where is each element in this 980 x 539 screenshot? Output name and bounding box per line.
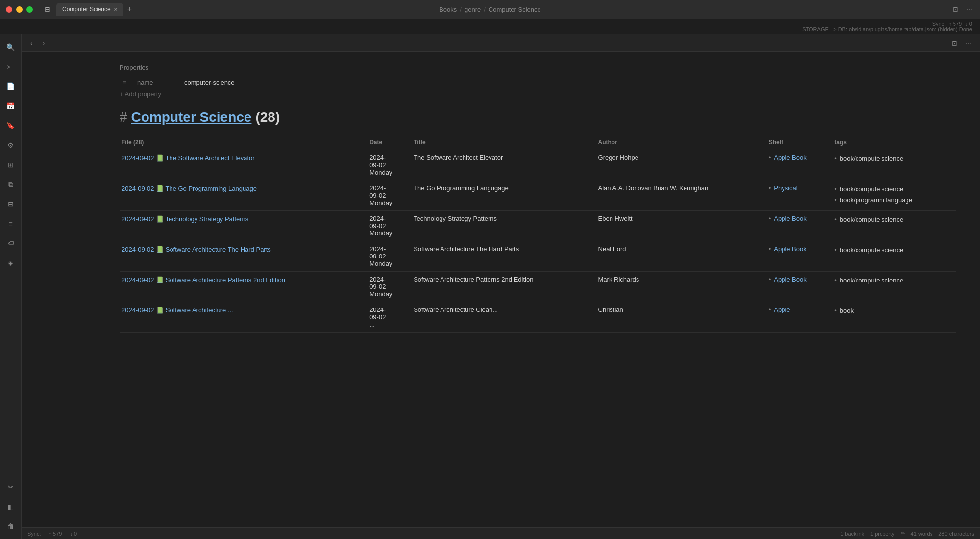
cell-tags: book — [833, 302, 956, 333]
sidebar-icon-copy[interactable]: ⧉ — [2, 176, 20, 193]
col-tags[interactable]: tags — [833, 135, 956, 150]
forward-button[interactable]: › — [40, 37, 48, 49]
property-key-name: name — [137, 79, 176, 86]
sidebar-icon-scissors[interactable]: ✂ — [2, 478, 20, 496]
shelf-link[interactable]: Apple Book — [769, 215, 827, 222]
file-link[interactable]: 2024-09-02 📗 The Go Programming Language — [122, 184, 362, 193]
sidebar-icon-files[interactable]: 📄 — [2, 77, 20, 95]
col-date[interactable]: Date — [368, 135, 412, 150]
add-property-label: + Add property — [120, 90, 161, 98]
col-title[interactable]: Title — [412, 135, 596, 150]
cell-date: 2024-09-02... — [368, 302, 412, 333]
toolbar-right: ⊡ ··· — [949, 37, 974, 49]
add-property-button[interactable]: + Add property — [120, 90, 956, 98]
shelf-link[interactable]: Apple Book — [769, 154, 827, 161]
sidebar-icon-graph[interactable]: ◈ — [2, 254, 20, 272]
property-value-name[interactable]: computer-science — [184, 79, 235, 86]
status-top: Sync: ↑ 579 ↓ 0 STORAGE --> DB:.obsidian… — [0, 19, 980, 34]
sidebar-icon-bookmark[interactable]: 🔖 — [2, 117, 20, 134]
col-file[interactable]: File (28) — [120, 135, 368, 150]
tab-area: ⊟ Computer Science ✕ + — [41, 2, 134, 16]
sidebar-icon-list[interactable]: ≡ — [2, 215, 20, 232]
file-link[interactable]: 2024-09-02 📗 Technology Strategy Pattern… — [122, 215, 362, 224]
tag-item[interactable]: book/compute science — [834, 184, 951, 194]
document-content: Properties ≡ name computer-science + Add… — [22, 52, 980, 527]
tag-item[interactable]: book/programm language — [834, 195, 951, 205]
new-tab-button[interactable]: + — [125, 5, 134, 14]
shelf-link[interactable]: Apple Book — [769, 245, 827, 253]
minimize-button[interactable] — [16, 6, 23, 13]
sidebar-icon-layers[interactable]: ◧ — [2, 498, 20, 515]
sync-label: Sync: — [932, 21, 946, 26]
table-row: 2024-09-02 📗 The Go Programming Language… — [120, 180, 956, 211]
content-area: ‹ › ⊡ ··· Properties ≡ name computer-sci… — [22, 34, 980, 539]
breadcrumb-cs[interactable]: Computer Science — [489, 6, 541, 13]
left-sidebar: 🔍 ≻_ 📄 📅 🔖 ⚙ ⊞ ⧉ ⊟ ≡ 🏷 ◈ ✂ ◧ 🗑 — [0, 34, 22, 539]
cell-author: Alan A.A. Donovan Brian W. Kernighan — [596, 180, 767, 211]
breadcrumb-sep-2: / — [484, 6, 486, 13]
sidebar-icon-tag[interactable]: 🏷 — [2, 234, 20, 252]
breadcrumb-genre[interactable]: genre — [465, 6, 481, 13]
col-shelf[interactable]: Shelf — [767, 135, 833, 150]
close-button[interactable] — [6, 6, 12, 13]
title-bar-right: ⊡ ··· — [951, 4, 974, 14]
bs-edit-icon[interactable]: ✏ — [901, 530, 905, 537]
tab-close-button[interactable]: ✕ — [114, 7, 118, 12]
data-table: File (28) Date Title Author Shelf tags 2… — [120, 135, 956, 333]
sidebar-icon-terminal[interactable]: ≻_ — [2, 58, 20, 76]
layout-button[interactable]: ⊡ — [949, 37, 960, 49]
tag-item[interactable]: book — [834, 306, 951, 316]
tag-item[interactable]: book/compute science — [834, 245, 951, 255]
file-link[interactable]: 2024-09-02 📗 Software Architecture ... — [122, 306, 362, 315]
breadcrumb-books[interactable]: Books — [439, 6, 457, 13]
cell-shelf: Physical — [767, 180, 833, 211]
file-link[interactable]: 2024-09-02 📗 Software Architecture The H… — [122, 245, 362, 254]
sidebar-toggle-button[interactable]: ⊟ — [41, 2, 54, 16]
cell-date: 2024-09-02Monday — [368, 180, 412, 211]
cell-tags: book/compute science — [833, 150, 956, 180]
tab-computer-science[interactable]: Computer Science ✕ — [56, 3, 123, 16]
cell-author: Mark Richards — [596, 272, 767, 302]
bs-sync-down: ↓ 0 — [70, 531, 77, 537]
window-controls — [6, 6, 33, 13]
title-bar: ⊟ Computer Science ✕ + Books / genre / C… — [0, 0, 980, 19]
shelf-link[interactable]: Apple Book — [769, 276, 827, 283]
shelf-link[interactable]: Apple — [769, 306, 827, 313]
sidebar-icon-plugin[interactable]: ⚙ — [2, 136, 20, 154]
cell-author: Eben Hweitt — [596, 211, 767, 241]
cell-title: Software Architecture Cleari... — [412, 302, 596, 333]
property-row-name: ≡ name computer-science — [120, 77, 956, 88]
more-button[interactable]: ··· — [962, 37, 974, 49]
cell-shelf: Apple — [767, 302, 833, 333]
bs-sync-label: Sync: — [27, 531, 41, 537]
bottom-status-bar: Sync: ↑ 579 ↓ 0 1 backlink 1 property ✏ … — [22, 527, 980, 539]
tag-item[interactable]: book/compute science — [834, 215, 951, 225]
col-author[interactable]: Author — [596, 135, 767, 150]
cell-date: 2024-09-02Monday — [368, 211, 412, 241]
cell-date: 2024-09-02Monday — [368, 241, 412, 272]
table-row: 2024-09-02 📗 Technology Strategy Pattern… — [120, 211, 956, 241]
sidebar-icon-table[interactable]: ⊟ — [2, 195, 20, 213]
maximize-button[interactable] — [26, 6, 33, 13]
reading-mode-button[interactable]: ⊡ — [951, 4, 960, 14]
sidebar-icon-grid[interactable]: ⊞ — [2, 156, 20, 174]
bs-properties[interactable]: 1 property — [870, 531, 895, 537]
bs-backlinks[interactable]: 1 backlink — [840, 531, 864, 537]
toolbar: ‹ › ⊡ ··· — [22, 34, 980, 52]
tag-item[interactable]: book/compute science — [834, 276, 951, 285]
file-link[interactable]: 2024-09-02 📗 Software Architecture Patte… — [122, 276, 362, 284]
properties-section: Properties ≡ name computer-science + Add… — [120, 64, 956, 98]
back-button[interactable]: ‹ — [27, 37, 36, 49]
breadcrumb: Books / genre / Computer Science — [439, 6, 541, 13]
sidebar-icon-calendar[interactable]: 📅 — [2, 97, 20, 115]
cell-author: Christian — [596, 302, 767, 333]
sidebar-icon-search[interactable]: 🔍 — [2, 38, 20, 56]
tag-item[interactable]: book/compute science — [834, 154, 951, 164]
shelf-link[interactable]: Physical — [769, 184, 827, 192]
heading-title-link[interactable]: Computer Science — [131, 109, 252, 125]
more-options-button[interactable]: ··· — [964, 4, 974, 14]
section-heading: # Computer Science (28) — [120, 109, 956, 125]
file-link[interactable]: 2024-09-02 📗 The Software Architect Elev… — [122, 154, 362, 163]
cell-tags: book/compute sciencebook/programm langua… — [833, 180, 956, 211]
sidebar-icon-trash[interactable]: 🗑 — [2, 517, 20, 535]
